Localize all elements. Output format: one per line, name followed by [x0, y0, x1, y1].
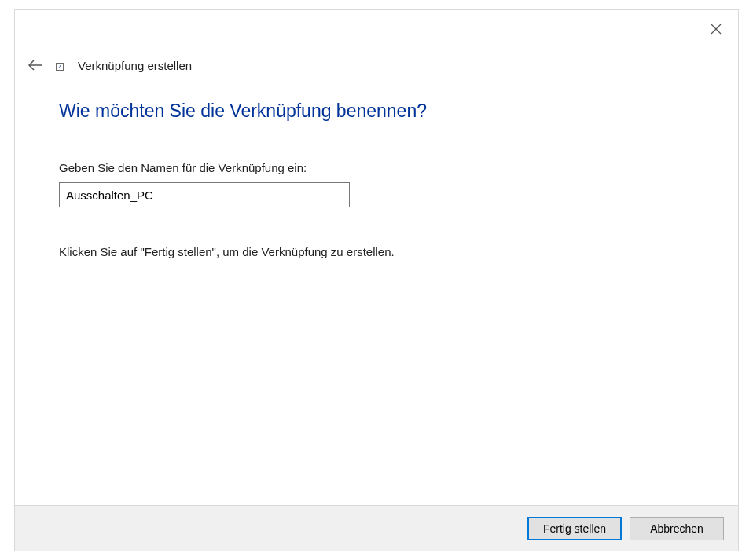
name-field-label: Geben Sie den Namen für die Verknüpfung … — [59, 161, 707, 174]
create-shortcut-dialog: ↗ Verknüpfung erstellen Wie möchten Sie … — [14, 9, 739, 551]
wizard-title: Verknüpfung erstellen — [78, 59, 192, 72]
cancel-button[interactable]: Abbrechen — [630, 517, 724, 540]
dialog-content: Wie möchten Sie die Verknüpfung benennen… — [59, 101, 707, 258]
shortcut-name-input[interactable] — [59, 182, 350, 207]
finish-button[interactable]: Fertig stellen — [527, 517, 622, 540]
close-button[interactable] — [708, 21, 724, 37]
back-arrow-icon — [28, 60, 43, 71]
back-button[interactable] — [26, 56, 45, 75]
dialog-header: ↗ Verknüpfung erstellen — [26, 56, 192, 75]
shortcut-icon: ↗ — [56, 60, 67, 71]
page-heading: Wie möchten Sie die Verknüpfung benennen… — [59, 101, 707, 122]
button-bar: Fertig stellen Abbrechen — [15, 505, 738, 551]
close-icon — [711, 24, 722, 35]
instruction-text: Klicken Sie auf "Fertig stellen", um die… — [59, 245, 707, 258]
